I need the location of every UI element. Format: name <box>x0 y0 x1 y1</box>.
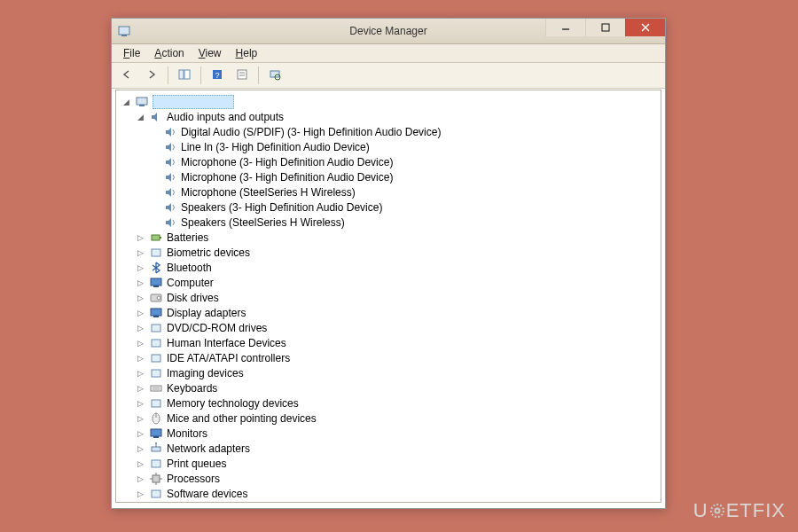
svg-rect-7 <box>184 70 190 79</box>
category-item[interactable]: ▷Keyboards <box>136 380 659 395</box>
device-item[interactable]: Speakers (3- High Definition Audio Devic… <box>150 200 659 215</box>
help-icon: ? <box>211 68 223 83</box>
expand-icon[interactable]: ▷ <box>136 443 145 453</box>
device-item[interactable]: Speakers (SteelSeries H Wireless) <box>150 215 659 230</box>
back-button[interactable] <box>115 65 138 86</box>
expand-icon[interactable]: ▷ <box>136 232 145 242</box>
collapse-icon[interactable]: ◢ <box>136 112 145 121</box>
speaker-icon <box>163 200 177 215</box>
window-controls <box>545 19 665 36</box>
category-item[interactable]: ▷Network adapters <box>136 441 659 456</box>
category-item[interactable]: ▷Computer <box>136 275 659 290</box>
menu-action[interactable]: Action <box>148 46 190 60</box>
device-item[interactable]: Digital Audio (S/PDIF) (3- High Definiti… <box>150 124 659 139</box>
category-label: DVD/CD-ROM drives <box>167 322 267 334</box>
category-item[interactable]: ▷Imaging devices <box>136 365 659 380</box>
svg-rect-38 <box>152 447 160 451</box>
gear-icon <box>708 502 726 525</box>
category-audio-io[interactable]: ◢ Audio inputs and outputs <box>136 109 659 124</box>
tree-root[interactable]: ◢ <box>121 94 659 109</box>
expand-icon[interactable]: ▷ <box>136 398 145 408</box>
minimize-button[interactable] <box>545 19 585 36</box>
menu-help[interactable]: Help <box>230 46 264 60</box>
expand-icon[interactable]: ▷ <box>136 278 145 287</box>
arrow-left-icon <box>121 68 133 83</box>
category-label: Keyboards <box>167 382 217 395</box>
device-item[interactable]: Line In (3- High Definition Audio Device… <box>150 139 659 154</box>
category-label: Mice and other pointing devices <box>167 412 317 425</box>
expand-icon[interactable]: ▷ <box>136 428 145 438</box>
device-label: Speakers (SteelSeries H Wireless) <box>181 216 345 229</box>
svg-rect-27 <box>152 340 160 347</box>
expand-icon[interactable]: ▷ <box>136 368 145 378</box>
device-category-icon <box>149 442 163 456</box>
category-label: Batteries <box>167 231 208 244</box>
device-category-icon <box>149 502 163 504</box>
device-item[interactable]: Microphone (3- High Definition Audio Dev… <box>150 154 659 169</box>
scan-icon <box>269 68 281 83</box>
device-category-icon <box>149 472 163 486</box>
category-item[interactable]: ▷Mice and other pointing devices <box>136 411 659 426</box>
expand-icon[interactable]: ▷ <box>136 458 145 468</box>
category-item[interactable]: ▷Human Interface Devices <box>136 335 659 350</box>
category-item[interactable]: ▷Print queues <box>136 456 659 471</box>
expand-icon[interactable]: ▷ <box>136 489 145 498</box>
maximize-button[interactable] <box>585 19 625 36</box>
category-item[interactable]: ▷Memory technology devices <box>136 395 659 411</box>
separator <box>200 66 201 84</box>
category-item[interactable]: ▷DVD/CD-ROM drives <box>136 320 659 335</box>
category-item[interactable]: ▷Monitors <box>136 426 659 441</box>
help-button[interactable]: ? <box>206 65 229 86</box>
category-item[interactable]: ▷Biometric devices <box>136 245 659 260</box>
svg-point-40 <box>155 442 157 444</box>
menu-view[interactable]: View <box>192 46 228 60</box>
category-item[interactable]: ▷Bluetooth <box>136 260 659 275</box>
speaker-icon <box>163 185 177 200</box>
category-item[interactable]: ▷Software devices <box>136 486 659 501</box>
expand-icon[interactable]: ▷ <box>136 353 145 363</box>
category-item[interactable]: ▷Processors <box>136 471 659 486</box>
category-label: Computer <box>167 277 214 289</box>
expand-icon[interactable]: ▷ <box>136 413 145 423</box>
device-category-icon <box>149 336 163 350</box>
device-category-icon <box>149 306 163 320</box>
properties-button[interactable] <box>231 65 254 86</box>
svg-rect-25 <box>153 316 159 317</box>
forward-button[interactable] <box>140 65 163 86</box>
category-label: Monitors <box>167 427 207 440</box>
expand-icon[interactable]: ▷ <box>136 247 145 257</box>
expand-icon[interactable]: ▷ <box>136 473 145 483</box>
close-button[interactable] <box>625 19 665 36</box>
titlebar[interactable]: Device Manager <box>112 19 665 44</box>
category-item[interactable]: ▷Display adapters <box>136 305 659 320</box>
device-item[interactable]: Microphone (3- High Definition Audio Dev… <box>150 169 659 184</box>
scan-hardware-button[interactable] <box>263 65 286 86</box>
svg-rect-20 <box>151 278 161 286</box>
expand-icon[interactable]: ▷ <box>136 338 145 348</box>
category-item[interactable]: ▷Batteries <box>136 230 659 245</box>
category-item[interactable]: ▷Disk drives <box>136 290 659 305</box>
expand-icon[interactable]: ▷ <box>136 262 145 272</box>
menu-file[interactable]: File <box>117 46 146 60</box>
expand-icon[interactable]: ▷ <box>136 323 145 332</box>
svg-rect-41 <box>152 460 160 467</box>
device-category-icon <box>149 276 163 290</box>
expand-icon[interactable]: ▷ <box>136 383 145 393</box>
speaker-icon <box>163 155 177 169</box>
device-category-icon <box>149 231 163 245</box>
collapse-icon[interactable]: ◢ <box>121 97 131 106</box>
expand-icon[interactable]: ▷ <box>136 308 145 317</box>
device-category-icon <box>149 487 163 501</box>
expand-icon[interactable]: ▷ <box>136 293 145 302</box>
speaker-icon <box>163 140 177 154</box>
show-hide-tree-button[interactable] <box>173 65 196 86</box>
svg-rect-36 <box>151 429 161 436</box>
category-item[interactable]: ▷IDE ATA/ATAPI controllers <box>136 350 659 365</box>
svg-rect-29 <box>152 370 160 377</box>
device-item[interactable]: Microphone (SteelSeries H Wireless) <box>150 184 659 200</box>
device-tree[interactable]: ◢ ◢ Audio inputs and outputs Digital Aud… <box>115 90 661 503</box>
category-label: Biometric devices <box>167 246 250 259</box>
category-item[interactable]: ▷Sound, video and game controllers <box>136 501 659 503</box>
svg-rect-0 <box>119 27 129 35</box>
speaker-icon <box>163 125 177 139</box>
